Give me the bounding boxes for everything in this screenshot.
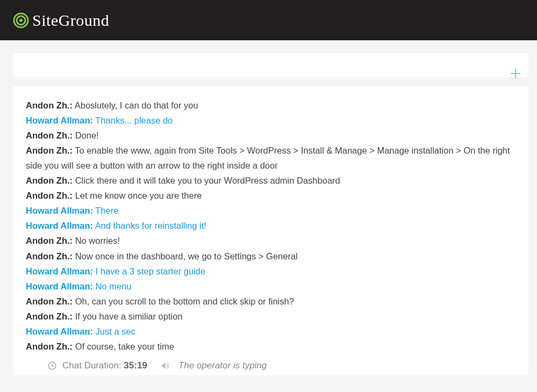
message-sender: Howard Allman: xyxy=(26,221,93,230)
message-sender: Andon Zh.: xyxy=(26,100,73,110)
message-text: And thanks for reinstalling it! xyxy=(93,221,206,230)
svg-line-7 xyxy=(52,366,54,367)
brand-name: SiteGround xyxy=(32,11,109,30)
chat-panel: Howard Allman: Can I reinstall?Andon Zh.… xyxy=(13,86,528,375)
message-text: There xyxy=(93,206,118,215)
message-sender: Howard Allman: xyxy=(26,281,93,291)
message-text: Let me know once you are there xyxy=(73,191,202,200)
spiral-icon xyxy=(13,12,29,28)
message-sender: Andon Zh.: xyxy=(26,176,73,185)
message-sender: Howard Allman: xyxy=(26,326,93,336)
brand-logo[interactable]: SiteGround xyxy=(13,11,109,30)
message-sender: Andon Zh.: xyxy=(26,191,73,200)
top-bar xyxy=(13,53,528,77)
message-sender: Andon Zh.: xyxy=(26,130,73,140)
chat-message: Andon Zh.: If you have a similiar option xyxy=(26,309,515,324)
message-text: Thanks... please do xyxy=(93,115,173,125)
message-text: Done! xyxy=(73,130,99,140)
message-text: No worries! xyxy=(73,236,120,245)
chat-footer: Chat Duration: 35:19 The operator is typ… xyxy=(26,354,524,375)
chat-message: Howard Allman: There xyxy=(26,203,515,218)
duration-label: Chat Duration: xyxy=(62,360,121,371)
chat-message: Howard Allman: And thanks for reinstalli… xyxy=(26,218,515,233)
chat-message: Howard Allman: I have a 3 step starter g… xyxy=(26,264,515,279)
message-sender: Andon Zh.: xyxy=(26,311,73,321)
message-sender: Andon Zh.: xyxy=(26,342,73,351)
message-text: Oh, can you scroll to the bottom and cli… xyxy=(73,296,294,306)
duration-value: 35:19 xyxy=(124,360,147,371)
typing-indicator: The operator is typing xyxy=(178,360,267,371)
chat-message: Andon Zh.: Oh, can you scroll to the bot… xyxy=(26,294,515,309)
message-text: Of course, take your time xyxy=(73,342,174,351)
chat-message: Andon Zh.: Now once in the dashboard, we… xyxy=(26,249,515,264)
message-sender: Howard Allman: xyxy=(26,115,93,125)
message-text: If you have a similiar option xyxy=(73,311,183,321)
chat-message: Andon Zh.: To enable the www, again from… xyxy=(26,143,515,173)
chat-duration: Chat Duration: 35:19 xyxy=(62,360,147,371)
message-text: To enable the www, again from Site Tools… xyxy=(26,146,510,170)
chat-message: Andon Zh.: Done! xyxy=(26,128,515,143)
message-sender: Andon Zh.: xyxy=(26,236,73,245)
app-header: SiteGround xyxy=(0,0,537,40)
message-text: Aboslutely, I can do that for you xyxy=(73,100,198,110)
message-text: I have a 3 step starter guide xyxy=(93,266,205,276)
svg-point-2 xyxy=(19,19,23,22)
chat-message: Howard Allman: Thanks... please do xyxy=(26,113,515,128)
chat-message: Howard Allman: No menu xyxy=(26,279,515,294)
chat-message: Andon Zh.: Click there and it will take … xyxy=(26,173,515,188)
plus-icon xyxy=(510,68,521,79)
chat-message: Andon Zh.: Let me know once you are ther… xyxy=(26,188,515,203)
content-area: Howard Allman: Can I reinstall?Andon Zh.… xyxy=(0,40,537,375)
message-sender: Howard Allman: xyxy=(26,206,93,215)
chat-transcript[interactable]: Howard Allman: Can I reinstall?Andon Zh.… xyxy=(26,99,524,354)
message-text: Just a sec xyxy=(93,326,135,336)
message-sender: Andon Zh.: xyxy=(26,146,73,155)
chat-message: Andon Zh.: Aboslutely, I can do that for… xyxy=(26,99,515,113)
message-text: No menu xyxy=(93,281,132,291)
message-sender: Andon Zh.: xyxy=(26,296,73,306)
message-sender: Andon Zh.: xyxy=(26,251,73,261)
chat-message: Andon Zh.: Of course, take your time xyxy=(26,339,515,354)
sound-icon[interactable] xyxy=(160,361,170,371)
message-text: Now once in the dashboard, we go to Sett… xyxy=(73,251,298,261)
message-text: Click there and it will take you to your… xyxy=(73,176,340,185)
chat-message: Howard Allman: Just a sec xyxy=(26,324,515,339)
clock-icon xyxy=(47,361,57,371)
message-sender: Howard Allman: xyxy=(26,266,93,276)
chat-message: Andon Zh.: No worries! xyxy=(26,233,515,248)
add-button[interactable] xyxy=(509,67,522,80)
